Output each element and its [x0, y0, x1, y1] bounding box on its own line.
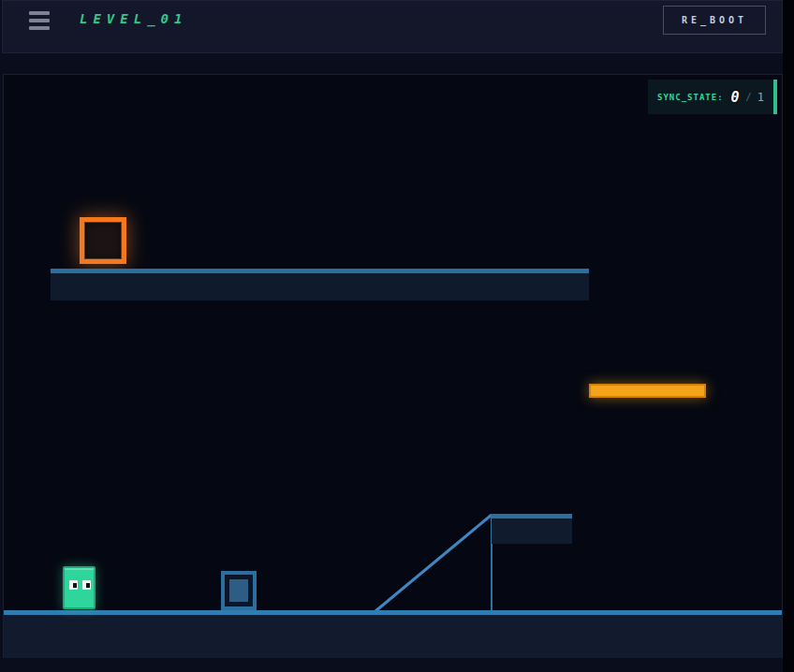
reboot-button[interactable]: RE_BOOT	[663, 6, 766, 35]
player-character	[63, 566, 96, 609]
player-right-eye	[82, 580, 91, 590]
ground	[4, 610, 782, 658]
hamburger-bar	[29, 26, 50, 30]
ramp	[4, 75, 784, 659]
orange-bar-platform	[589, 384, 706, 398]
goal-outline-square	[80, 217, 126, 264]
ledge-platform	[492, 514, 572, 544]
game-viewport[interactable]: SYNC_STATE: 0 / 1	[3, 74, 783, 658]
sync-state-panel: SYNC_STATE: 0 / 1	[648, 80, 777, 114]
level-title: LEVEL_01	[80, 11, 187, 26]
page: LEVEL_01 RE_BOOT SYNC_STATE: 0 / 1	[0, 0, 783, 672]
hamburger-bar	[29, 11, 50, 15]
crate-box	[221, 571, 257, 610]
sync-total-value: 1	[757, 91, 764, 104]
hamburger-icon[interactable]	[29, 11, 51, 30]
crate-inner-square	[229, 579, 248, 602]
sync-state-label: SYNC_STATE:	[657, 93, 724, 102]
player-right-pupil	[86, 583, 90, 588]
player-left-eye	[69, 580, 78, 590]
top-bar: LEVEL_01 RE_BOOT	[2, 0, 783, 53]
upper-platform	[51, 269, 589, 300]
player-left-pupil	[73, 583, 77, 588]
sync-separator: /	[746, 92, 752, 102]
sync-current-value: 0	[731, 89, 740, 106]
ramp-slope-line	[375, 515, 492, 611]
hamburger-bar	[29, 19, 50, 22]
